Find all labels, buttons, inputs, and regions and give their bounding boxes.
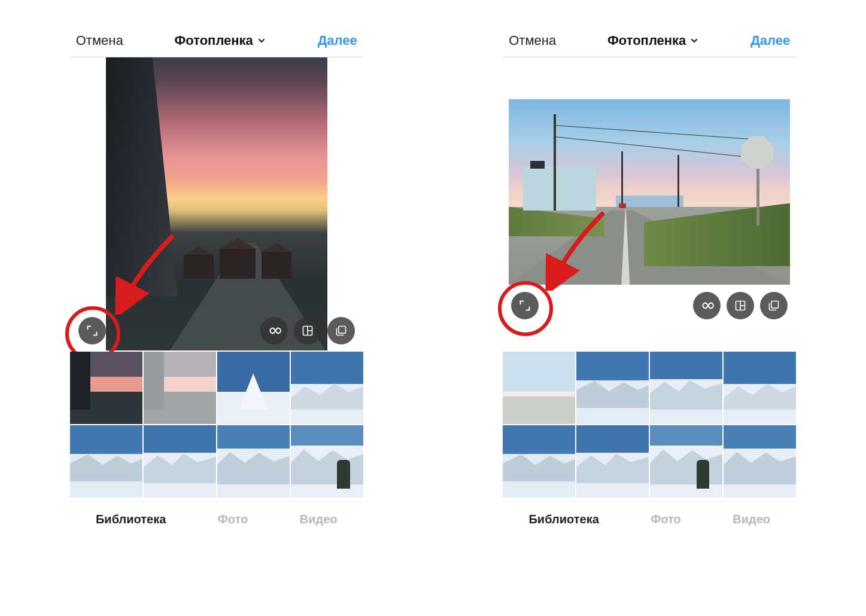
cancel-button[interactable]: Отмена xyxy=(76,33,123,48)
bottom-tabs: Библиотека Фото Видео xyxy=(503,501,796,537)
grid-thumb[interactable] xyxy=(576,352,649,424)
bottom-tabs: Библиотека Фото Видео xyxy=(70,501,363,537)
svg-rect-3 xyxy=(339,327,346,334)
grid-thumb[interactable] xyxy=(650,352,722,424)
album-picker[interactable]: Фотопленка xyxy=(175,33,266,48)
grid-thumb[interactable] xyxy=(503,352,575,424)
layout-button[interactable] xyxy=(727,292,754,319)
album-title: Фотопленка xyxy=(175,33,253,48)
preview-overlay-buttons xyxy=(70,317,363,344)
layout-icon xyxy=(734,300,746,312)
grid-thumb[interactable] xyxy=(724,425,796,498)
chevron-down-icon xyxy=(257,36,266,45)
preview-area[interactable] xyxy=(503,57,796,350)
photo-grid xyxy=(70,352,363,498)
grid-thumb[interactable] xyxy=(70,425,142,498)
grid-thumb[interactable] xyxy=(724,352,796,424)
top-bar: Отмена Фотопленка Далее xyxy=(503,24,796,57)
multi-select-icon xyxy=(768,300,780,312)
album-picker[interactable]: Фотопленка xyxy=(607,33,699,48)
tab-library[interactable]: Библиотека xyxy=(96,513,166,526)
screen-right: Отмена Фотопленка Далее xyxy=(503,24,796,537)
grid-thumb[interactable] xyxy=(217,425,290,498)
layout-icon xyxy=(302,325,314,337)
next-button[interactable]: Далее xyxy=(318,33,357,48)
tab-video[interactable]: Видео xyxy=(300,513,338,526)
preview-overlay-buttons xyxy=(503,292,796,319)
multi-select-button[interactable] xyxy=(760,292,788,319)
grid-thumb[interactable] xyxy=(144,352,216,424)
infinity-icon xyxy=(266,323,282,339)
screen-left: Отмена Фотопленка Далее xyxy=(70,24,363,537)
next-button[interactable]: Далее xyxy=(750,33,790,48)
preview-image xyxy=(509,99,790,285)
grid-thumb[interactable] xyxy=(291,425,363,498)
grid-thumb[interactable] xyxy=(217,352,290,424)
grid-thumb[interactable] xyxy=(291,352,363,424)
layout-button[interactable] xyxy=(294,317,321,344)
cancel-button[interactable]: Отмена xyxy=(509,33,556,48)
svg-rect-7 xyxy=(771,301,779,309)
tab-video[interactable]: Видео xyxy=(733,513,770,526)
tab-library[interactable]: Библиотека xyxy=(528,513,598,526)
boomerang-button[interactable] xyxy=(260,317,288,344)
grid-thumb[interactable] xyxy=(144,425,216,498)
boomerang-button[interactable] xyxy=(693,292,721,319)
tab-photo[interactable]: Фото xyxy=(651,513,681,526)
grid-thumb[interactable] xyxy=(650,425,722,498)
expand-icon xyxy=(519,300,531,312)
tab-photo[interactable]: Фото xyxy=(218,513,248,526)
expand-icon xyxy=(86,325,98,337)
chevron-down-icon xyxy=(689,36,699,45)
expand-button[interactable] xyxy=(511,292,539,319)
album-title: Фотопленка xyxy=(607,33,686,48)
grid-thumb[interactable] xyxy=(576,425,649,498)
infinity-icon xyxy=(699,298,715,313)
preview-area[interactable] xyxy=(70,57,363,350)
multi-select-icon xyxy=(335,325,347,337)
expand-button[interactable] xyxy=(78,317,106,344)
photo-grid xyxy=(503,352,796,498)
preview-image xyxy=(106,57,327,350)
top-bar: Отмена Фотопленка Далее xyxy=(70,24,363,57)
grid-thumb[interactable] xyxy=(503,425,575,498)
multi-select-button[interactable] xyxy=(327,317,355,344)
grid-thumb[interactable] xyxy=(70,352,142,424)
